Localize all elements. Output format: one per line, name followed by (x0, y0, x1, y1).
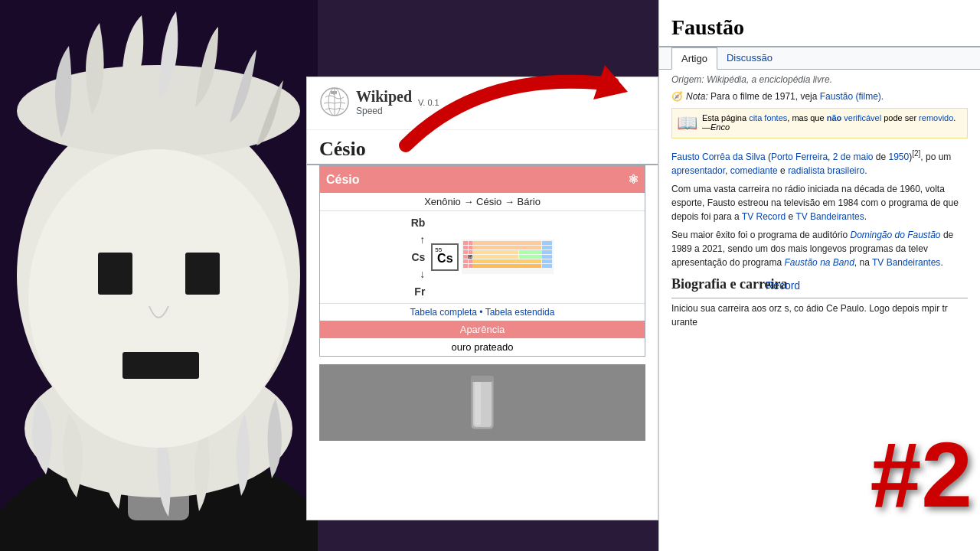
svg-rect-24 (463, 255, 468, 259)
svg-rect-34 (469, 264, 472, 268)
element-table-links: Tabela completa • Tabela estendida (320, 303, 645, 321)
svg-rect-12 (469, 241, 472, 245)
svg-rect-33 (463, 264, 468, 268)
element-appearance-value: ouro prateado (320, 338, 645, 356)
left-panel (0, 0, 318, 551)
svg-rect-27 (519, 255, 542, 259)
tab-artigo[interactable]: Artigo (671, 47, 717, 70)
wiki-logo-row: Wikiped Speed V. 0.1 (319, 86, 645, 117)
svg-rect-18 (542, 246, 552, 249)
svg-rect-15 (463, 246, 468, 249)
element-periodic-table: Rb ↑ Cs ↓ Fr 55 Cs (320, 211, 645, 303)
svg-rect-31 (472, 259, 541, 263)
faustao-origin: Origem: Wikipédia, a enciclopédia livre. (659, 70, 980, 90)
note-icon: 🧭 (671, 91, 683, 102)
faustao-title: Faustão (659, 0, 980, 47)
svg-rect-36 (542, 264, 552, 268)
svg-text:Cs: Cs (469, 256, 472, 259)
svg-rect-41 (475, 380, 481, 425)
wiki-header: Wikiped Speed V. 0.1 (307, 77, 658, 130)
cesio-photo (319, 364, 645, 441)
svg-rect-28 (542, 255, 552, 259)
svg-rect-20 (469, 250, 472, 254)
wiki-cesio-panel: Wikiped Speed V. 0.1 Césio Césio ⚛ Xenôn… (306, 77, 658, 520)
svg-rect-32 (542, 259, 552, 263)
tab-discussao[interactable]: Discussão (717, 47, 782, 69)
faustao-note: 🧭 Nota: Para o filme de 1971, veja Faust… (659, 90, 980, 103)
left-eye (98, 253, 132, 295)
element-appearance-label: Aparência (320, 321, 645, 338)
svg-point-6 (28, 149, 289, 448)
svg-rect-17 (472, 246, 541, 249)
faustao-biography-section: Biografia e carreira (671, 274, 968, 298)
svg-rect-29 (463, 259, 468, 263)
periodic-table-mini: Cs (462, 240, 554, 274)
cesium-element-box: 55 Cs (431, 243, 459, 271)
svg-rect-22 (519, 250, 542, 254)
faustao-warning-box: 📖 Esta página cita fontes, mas que não v… (671, 108, 968, 139)
mouth (122, 352, 199, 379)
svg-rect-30 (469, 259, 472, 263)
svg-rect-11 (463, 241, 468, 245)
element-card: Césio ⚛ Xenônio → Césio → Bário Rb ↑ Cs … (319, 165, 645, 357)
svg-rect-14 (542, 241, 552, 245)
wiki-subtitle: Speed (356, 106, 412, 116)
svg-rect-13 (472, 241, 541, 245)
warning-book-icon: 📖 (677, 113, 697, 133)
wiki-title: Wikiped (356, 88, 412, 106)
element-symbol-row: Xenônio → Césio → Bário (320, 193, 645, 211)
cesio-photo-svg (452, 368, 513, 437)
svg-rect-19 (463, 250, 468, 254)
svg-rect-21 (472, 250, 518, 254)
svg-rect-35 (472, 264, 541, 268)
cesio-article-title: Césio (307, 130, 658, 165)
wiki-version: V. 0.1 (418, 98, 439, 107)
number-overlay: #2 (871, 429, 972, 520)
record-link[interactable]: Record (766, 279, 800, 292)
wikipedia-logo-icon (319, 86, 350, 117)
svg-rect-16 (469, 246, 472, 249)
svg-rect-42 (471, 376, 494, 382)
faustao-tabs: Artigo Discussão (659, 47, 980, 70)
faustao-content: Fausto Corrêa da Silva (Porto Ferreira, … (659, 143, 980, 338)
right-eye (185, 253, 220, 295)
svg-rect-23 (542, 250, 552, 254)
svg-rect-26 (472, 255, 518, 259)
element-card-header: Césio ⚛ (320, 166, 645, 193)
